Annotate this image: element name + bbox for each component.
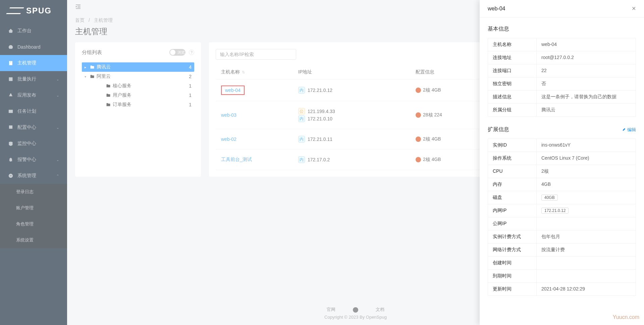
info-label: 独立密钥	[488, 77, 537, 90]
info-row: 内网IP 172.21.0.12	[488, 204, 636, 217]
info-value: ins-onws61vY	[537, 139, 636, 152]
info-label: 操作系统	[488, 152, 537, 165]
info-value: 40GB	[537, 191, 636, 204]
info-row: 创建时间	[488, 257, 636, 270]
info-value	[537, 217, 636, 230]
info-row: 磁盘 40GB	[488, 191, 636, 204]
info-value: 否	[537, 77, 636, 90]
info-label: 磁盘	[488, 191, 537, 204]
info-row: 描述信息 这是一条例子，请替换为自己的数据	[488, 91, 636, 104]
info-value: 这是一条例子，请替换为自己的数据	[537, 91, 636, 103]
info-label: 内存	[488, 178, 537, 191]
info-row: 连接端口 22	[488, 64, 636, 77]
info-label: 创建时间	[488, 257, 537, 269]
info-value: 22	[537, 64, 636, 77]
edit-icon	[622, 128, 626, 132]
info-value: 2核	[537, 165, 636, 178]
info-tag: 172.21.0.12	[541, 208, 569, 214]
edit-button[interactable]: 编辑	[622, 127, 636, 133]
info-row: 网络计费方式 按流量计费	[488, 243, 636, 257]
info-label: 到期时间	[488, 270, 537, 282]
info-label: 实例ID	[488, 139, 537, 152]
info-value: 172.21.0.12	[537, 204, 636, 217]
info-row: 更新时间 2021-04-28 12:02:29	[488, 283, 636, 295]
close-icon[interactable]: ✕	[632, 5, 636, 12]
info-value: 包年包月	[537, 230, 636, 243]
info-value: 按流量计费	[537, 243, 636, 256]
ext-info-table: 实例ID ins-onws61vY操作系统 CentOS Linux 7 (Co…	[488, 139, 636, 296]
info-row: 到期时间	[488, 270, 636, 283]
info-label: 连接地址	[488, 51, 537, 64]
info-value: 2021-04-28 12:02:29	[537, 283, 636, 295]
info-value: 腾讯云	[537, 104, 636, 116]
info-tag: 40GB	[541, 195, 558, 201]
info-label: 网络计费方式	[488, 243, 537, 256]
info-row: 主机名称 web-04	[488, 38, 636, 51]
info-label: 更新时间	[488, 283, 537, 295]
info-row: CPU 2核	[488, 165, 636, 178]
info-row: 独立密钥 否	[488, 77, 636, 91]
info-value: root@127.0.0.2	[537, 51, 636, 64]
drawer-title: web-04	[488, 6, 632, 12]
info-row: 所属分组 腾讯云	[488, 104, 636, 116]
info-label: CPU	[488, 165, 537, 178]
info-value: 4GB	[537, 178, 636, 191]
info-row: 内存 4GB	[488, 178, 636, 191]
info-row: 实例计费方式 包年包月	[488, 230, 636, 243]
info-label: 主机名称	[488, 38, 537, 51]
watermark: Yuucn.com	[613, 314, 639, 320]
info-label: 实例计费方式	[488, 230, 537, 243]
basic-info-title: 基本信息	[488, 25, 636, 33]
info-label: 内网IP	[488, 204, 537, 217]
info-value	[537, 270, 636, 282]
info-value	[537, 257, 636, 269]
detail-drawer: web-04 ✕ 基本信息 主机名称 web-04连接地址 root@127.0…	[480, 0, 644, 325]
info-row: 公网IP	[488, 217, 636, 230]
info-value: web-04	[537, 38, 636, 51]
info-row: 操作系统 CentOS Linux 7 (Core)	[488, 152, 636, 165]
basic-info-table: 主机名称 web-04连接地址 root@127.0.0.2连接端口 22独立密…	[488, 38, 636, 117]
info-row: 连接地址 root@127.0.0.2	[488, 51, 636, 64]
info-label: 公网IP	[488, 217, 537, 230]
info-label: 连接端口	[488, 64, 537, 77]
info-value: CentOS Linux 7 (Core)	[537, 152, 636, 165]
info-label: 描述信息	[488, 91, 537, 103]
ext-info-title: 扩展信息 编辑	[488, 126, 636, 133]
info-row: 实例ID ins-onws61vY	[488, 139, 636, 152]
info-label: 所属分组	[488, 104, 537, 116]
